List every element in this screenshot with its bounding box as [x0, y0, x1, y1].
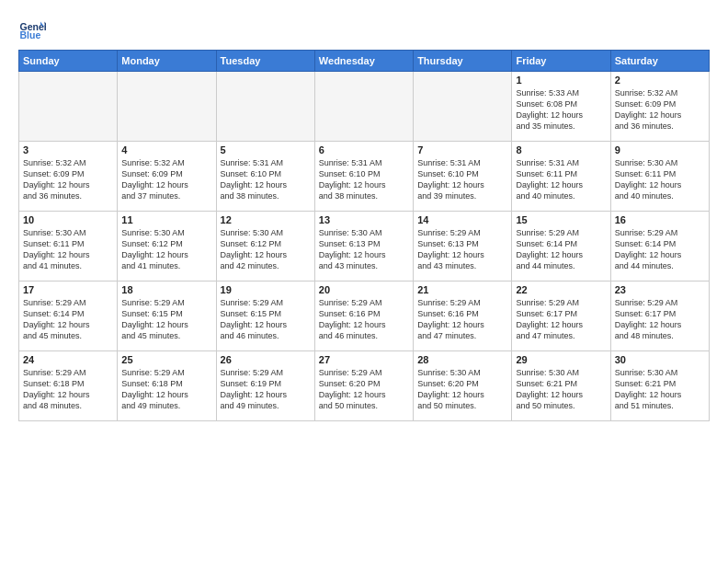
calendar-table: SundayMondayTuesdayWednesdayThursdayFrid… — [18, 50, 710, 421]
logo: General Blue — [18, 15, 50, 42]
day-number: 5 — [221, 144, 311, 155]
day-info: Sunrise: 5:29 AM Sunset: 6:15 PM Dayligh… — [221, 297, 311, 342]
calendar-cell: 25Sunrise: 5:29 AM Sunset: 6:18 PM Dayli… — [118, 351, 216, 421]
calendar-cell: 29Sunrise: 5:30 AM Sunset: 6:21 PM Dayli… — [512, 351, 610, 421]
day-info: Sunrise: 5:30 AM Sunset: 6:21 PM Dayligh… — [516, 367, 606, 412]
calendar-cell: 11Sunrise: 5:30 AM Sunset: 6:12 PM Dayli… — [118, 212, 216, 282]
calendar-header-row: SundayMondayTuesdayWednesdayThursdayFrid… — [19, 51, 710, 72]
day-number: 11 — [121, 214, 211, 225]
calendar-cell — [118, 72, 216, 142]
day-info: Sunrise: 5:31 AM Sunset: 6:10 PM Dayligh… — [417, 157, 507, 202]
day-number: 14 — [417, 214, 507, 225]
calendar-cell: 16Sunrise: 5:29 AM Sunset: 6:14 PM Dayli… — [610, 212, 709, 282]
day-info: Sunrise: 5:32 AM Sunset: 6:09 PM Dayligh… — [615, 87, 705, 132]
week-row-2: 3Sunrise: 5:32 AM Sunset: 6:09 PM Daylig… — [19, 142, 710, 212]
day-info: Sunrise: 5:30 AM Sunset: 6:11 PM Dayligh… — [23, 227, 113, 272]
calendar-cell: 5Sunrise: 5:31 AM Sunset: 6:10 PM Daylig… — [216, 142, 314, 212]
day-number: 2 — [615, 75, 705, 86]
day-number: 18 — [121, 284, 211, 295]
day-info: Sunrise: 5:30 AM Sunset: 6:13 PM Dayligh… — [319, 227, 409, 272]
day-info: Sunrise: 5:29 AM Sunset: 6:14 PM Dayligh… — [23, 297, 113, 342]
logo-icon: General Blue — [18, 15, 46, 42]
week-row-1: 1Sunrise: 5:33 AM Sunset: 6:08 PM Daylig… — [19, 72, 710, 142]
day-info: Sunrise: 5:29 AM Sunset: 6:18 PM Dayligh… — [23, 367, 113, 412]
week-row-3: 10Sunrise: 5:30 AM Sunset: 6:11 PM Dayli… — [19, 212, 710, 282]
day-number: 9 — [615, 144, 705, 155]
day-number: 27 — [319, 354, 409, 365]
day-info: Sunrise: 5:31 AM Sunset: 6:11 PM Dayligh… — [516, 157, 606, 202]
calendar-cell — [314, 72, 413, 142]
day-number: 25 — [121, 354, 211, 365]
day-info: Sunrise: 5:30 AM Sunset: 6:12 PM Dayligh… — [121, 227, 211, 272]
calendar-cell: 10Sunrise: 5:30 AM Sunset: 6:11 PM Dayli… — [19, 212, 118, 282]
day-info: Sunrise: 5:29 AM Sunset: 6:17 PM Dayligh… — [516, 297, 606, 342]
calendar-cell — [216, 72, 314, 142]
day-number: 13 — [319, 214, 409, 225]
day-number: 26 — [221, 354, 311, 365]
day-info: Sunrise: 5:30 AM Sunset: 6:11 PM Dayligh… — [615, 157, 705, 202]
day-number: 29 — [516, 354, 606, 365]
calendar-cell: 17Sunrise: 5:29 AM Sunset: 6:14 PM Dayli… — [19, 282, 118, 351]
day-header-thursday: Thursday — [414, 51, 512, 72]
calendar-cell: 30Sunrise: 5:30 AM Sunset: 6:21 PM Dayli… — [610, 351, 709, 421]
day-info: Sunrise: 5:30 AM Sunset: 6:20 PM Dayligh… — [417, 367, 507, 412]
day-info: Sunrise: 5:29 AM Sunset: 6:14 PM Dayligh… — [615, 227, 705, 272]
calendar-cell: 8Sunrise: 5:31 AM Sunset: 6:11 PM Daylig… — [512, 142, 610, 212]
day-number: 7 — [417, 144, 507, 155]
calendar-cell: 2Sunrise: 5:32 AM Sunset: 6:09 PM Daylig… — [610, 72, 709, 142]
calendar-cell: 14Sunrise: 5:29 AM Sunset: 6:13 PM Dayli… — [414, 212, 512, 282]
day-info: Sunrise: 5:29 AM Sunset: 6:13 PM Dayligh… — [417, 227, 507, 272]
calendar-cell: 19Sunrise: 5:29 AM Sunset: 6:15 PM Dayli… — [216, 282, 314, 351]
day-info: Sunrise: 5:29 AM Sunset: 6:14 PM Dayligh… — [516, 227, 606, 272]
calendar-cell: 15Sunrise: 5:29 AM Sunset: 6:14 PM Dayli… — [512, 212, 610, 282]
day-header-wednesday: Wednesday — [314, 51, 413, 72]
calendar-cell — [414, 72, 512, 142]
calendar-cell: 21Sunrise: 5:29 AM Sunset: 6:16 PM Dayli… — [414, 282, 512, 351]
day-info: Sunrise: 5:32 AM Sunset: 6:09 PM Dayligh… — [23, 157, 113, 202]
day-number: 20 — [319, 284, 409, 295]
day-number: 21 — [417, 284, 507, 295]
day-info: Sunrise: 5:30 AM Sunset: 6:21 PM Dayligh… — [615, 367, 705, 412]
day-number: 6 — [319, 144, 409, 155]
calendar-cell: 22Sunrise: 5:29 AM Sunset: 6:17 PM Dayli… — [512, 282, 610, 351]
calendar-cell: 13Sunrise: 5:30 AM Sunset: 6:13 PM Dayli… — [314, 212, 413, 282]
day-info: Sunrise: 5:29 AM Sunset: 6:16 PM Dayligh… — [319, 297, 409, 342]
day-info: Sunrise: 5:29 AM Sunset: 6:19 PM Dayligh… — [221, 367, 311, 412]
svg-text:Blue: Blue — [20, 29, 41, 40]
day-number: 16 — [615, 214, 705, 225]
day-number: 19 — [221, 284, 311, 295]
day-number: 8 — [516, 144, 606, 155]
day-number: 15 — [516, 214, 606, 225]
day-header-tuesday: Tuesday — [216, 51, 314, 72]
calendar-cell: 9Sunrise: 5:30 AM Sunset: 6:11 PM Daylig… — [610, 142, 709, 212]
day-header-saturday: Saturday — [610, 51, 709, 72]
day-info: Sunrise: 5:29 AM Sunset: 6:18 PM Dayligh… — [121, 367, 211, 412]
day-number: 22 — [516, 284, 606, 295]
day-info: Sunrise: 5:29 AM Sunset: 6:20 PM Dayligh… — [319, 367, 409, 412]
day-info: Sunrise: 5:30 AM Sunset: 6:12 PM Dayligh… — [221, 227, 311, 272]
calendar-cell: 20Sunrise: 5:29 AM Sunset: 6:16 PM Dayli… — [314, 282, 413, 351]
day-number: 10 — [23, 214, 113, 225]
week-row-4: 17Sunrise: 5:29 AM Sunset: 6:14 PM Dayli… — [19, 282, 710, 351]
day-info: Sunrise: 5:29 AM Sunset: 6:17 PM Dayligh… — [615, 297, 705, 342]
day-info: Sunrise: 5:31 AM Sunset: 6:10 PM Dayligh… — [319, 157, 409, 202]
calendar-cell: 12Sunrise: 5:30 AM Sunset: 6:12 PM Dayli… — [216, 212, 314, 282]
calendar-cell: 27Sunrise: 5:29 AM Sunset: 6:20 PM Dayli… — [314, 351, 413, 421]
calendar-cell: 1Sunrise: 5:33 AM Sunset: 6:08 PM Daylig… — [512, 72, 610, 142]
calendar-cell: 24Sunrise: 5:29 AM Sunset: 6:18 PM Dayli… — [19, 351, 118, 421]
day-info: Sunrise: 5:32 AM Sunset: 6:09 PM Dayligh… — [121, 157, 211, 202]
page-header: General Blue — [18, 15, 710, 42]
calendar-cell: 6Sunrise: 5:31 AM Sunset: 6:10 PM Daylig… — [314, 142, 413, 212]
calendar-cell: 3Sunrise: 5:32 AM Sunset: 6:09 PM Daylig… — [19, 142, 118, 212]
week-row-5: 24Sunrise: 5:29 AM Sunset: 6:18 PM Dayli… — [19, 351, 710, 421]
day-number: 30 — [615, 354, 705, 365]
calendar-cell: 18Sunrise: 5:29 AM Sunset: 6:15 PM Dayli… — [118, 282, 216, 351]
day-header-monday: Monday — [118, 51, 216, 72]
day-header-friday: Friday — [512, 51, 610, 72]
day-info: Sunrise: 5:29 AM Sunset: 6:15 PM Dayligh… — [121, 297, 211, 342]
calendar-cell: 4Sunrise: 5:32 AM Sunset: 6:09 PM Daylig… — [118, 142, 216, 212]
day-header-sunday: Sunday — [19, 51, 118, 72]
day-number: 4 — [121, 144, 211, 155]
day-number: 24 — [23, 354, 113, 365]
calendar-cell: 7Sunrise: 5:31 AM Sunset: 6:10 PM Daylig… — [414, 142, 512, 212]
